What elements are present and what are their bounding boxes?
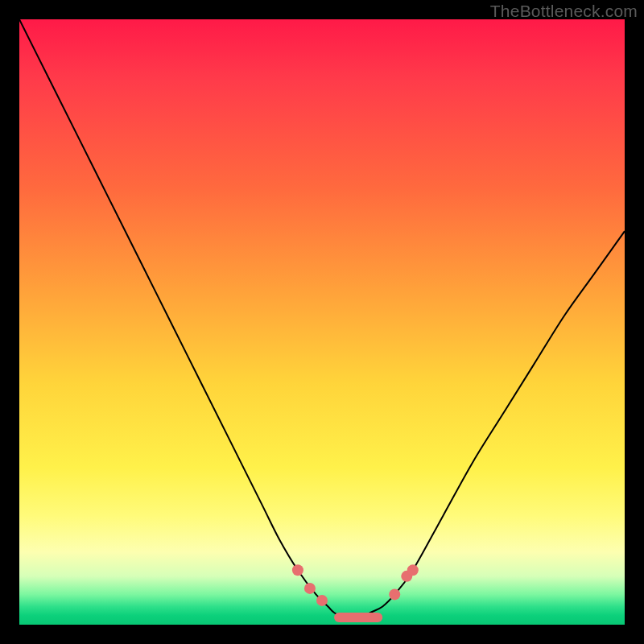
chart-frame: TheBottleneck.com <box>0 0 644 644</box>
marker-dot <box>304 583 316 594</box>
chart-plot-area <box>19 19 625 625</box>
bottleneck-curve-svg <box>19 19 625 625</box>
marker-dot <box>389 588 400 600</box>
bottleneck-curve <box>19 19 625 619</box>
marker-dot <box>407 564 419 576</box>
curve-markers <box>292 564 419 622</box>
watermark-text: TheBottleneck.com <box>490 2 638 21</box>
marker-dot <box>316 595 328 606</box>
marker-dot <box>292 564 303 576</box>
marker-bar <box>334 613 382 622</box>
